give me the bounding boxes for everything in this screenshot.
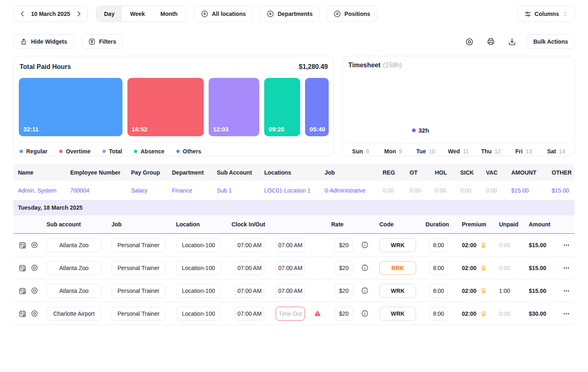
duration-field[interactable]: 8:00 bbox=[429, 261, 448, 275]
prev-date-button[interactable] bbox=[16, 7, 29, 20]
paid-hours-total-amount: $1,280.49 bbox=[299, 63, 328, 71]
location-field[interactable]: Location-100 bbox=[176, 238, 221, 252]
clock-in-field[interactable]: 07:00 AM bbox=[235, 284, 264, 298]
export-button[interactable] bbox=[507, 36, 517, 47]
share-up-icon bbox=[20, 38, 27, 45]
all-locations-filter-button[interactable]: All locations bbox=[194, 6, 253, 22]
others-hours-bar[interactable]: 05:40 bbox=[305, 78, 329, 136]
premium-value: 02:00 bbox=[462, 265, 477, 271]
total-hours-bar[interactable]: 12:03 bbox=[209, 78, 259, 136]
col-sub-account[interactable]: Sub account bbox=[47, 221, 111, 228]
clock-out-field[interactable]: 07:00 AM bbox=[276, 238, 305, 252]
col-duration[interactable]: Duration bbox=[425, 221, 462, 228]
positions-filter-button[interactable]: Positions bbox=[327, 6, 377, 22]
col-sub-account[interactable]: Sub Account bbox=[217, 169, 264, 176]
col-name[interactable]: Name bbox=[18, 169, 70, 176]
col-locations[interactable]: Locations bbox=[264, 169, 325, 176]
next-date-button[interactable] bbox=[73, 7, 85, 20]
col-clock-in-out[interactable]: Clock In/Out bbox=[232, 221, 331, 228]
employee-name-link[interactable]: Admin, System bbox=[18, 187, 70, 194]
clock-out-field[interactable]: 07:00 AM bbox=[276, 261, 305, 275]
print-button[interactable] bbox=[486, 36, 496, 47]
col-job[interactable]: Job bbox=[111, 221, 176, 228]
regular-hours-bar[interactable]: 32:11 bbox=[19, 78, 122, 136]
col-employee-number[interactable]: Employee Number bbox=[70, 169, 131, 176]
col-rate[interactable]: Rate bbox=[331, 221, 379, 228]
row-menu-button[interactable] bbox=[563, 264, 575, 272]
info-icon[interactable] bbox=[361, 241, 368, 248]
code-field[interactable]: BRK bbox=[379, 261, 416, 275]
job-field[interactable]: Personal Trainer bbox=[111, 261, 165, 275]
col-sick[interactable]: SICK bbox=[460, 169, 486, 176]
eye-icon[interactable] bbox=[30, 286, 39, 295]
duration-field[interactable]: 8:00 bbox=[429, 238, 448, 252]
info-icon[interactable] bbox=[361, 287, 368, 294]
calendar-check-icon[interactable] bbox=[18, 264, 27, 272]
shift-row: Atlanta Zoo Personal Trainer Location-10… bbox=[13, 234, 575, 257]
code-field[interactable]: WRK bbox=[379, 238, 416, 252]
col-other[interactable]: OTHER bbox=[552, 169, 575, 176]
col-job[interactable]: Job bbox=[325, 169, 383, 176]
bulk-actions-button[interactable]: Bulk Actions bbox=[527, 34, 575, 49]
duration-field[interactable]: 8:00 bbox=[429, 307, 448, 321]
tab-week[interactable]: Week bbox=[122, 6, 152, 22]
calendar-check-icon[interactable] bbox=[18, 287, 27, 295]
job-field[interactable]: Personal Trainer bbox=[111, 238, 165, 252]
award-icon bbox=[480, 310, 487, 317]
tab-month[interactable]: Month bbox=[153, 6, 185, 22]
row-menu-button[interactable] bbox=[563, 310, 575, 317]
sub-account-field[interactable]: Charlotte Airport bbox=[47, 307, 101, 321]
clock-out-field-missing[interactable]: Time Out bbox=[276, 307, 305, 321]
col-reg[interactable]: REG bbox=[383, 169, 410, 176]
calendar-check-icon[interactable] bbox=[18, 310, 27, 318]
col-ot[interactable]: OT bbox=[410, 169, 435, 176]
rate-field[interactable]: $20 bbox=[334, 238, 353, 252]
info-icon[interactable] bbox=[361, 310, 368, 317]
rate-field[interactable]: $20 bbox=[334, 307, 353, 321]
row-menu-button[interactable] bbox=[563, 287, 575, 294]
col-code[interactable]: Code bbox=[379, 221, 425, 228]
summary-employee-row[interactable]: Admin, System 700004 Salary Finance Sub … bbox=[13, 181, 575, 200]
col-department[interactable]: Department bbox=[172, 169, 217, 176]
overtime-hours-bar[interactable]: 16:52 bbox=[127, 78, 204, 136]
columns-button[interactable]: Columns bbox=[518, 6, 575, 22]
info-icon[interactable] bbox=[361, 264, 368, 271]
location-field[interactable]: Location-100 bbox=[176, 284, 221, 298]
timesheet-col-tue: 32h bbox=[412, 127, 440, 137]
col-unpaid[interactable]: Unpaid bbox=[499, 221, 529, 228]
col-amount[interactable]: Amount bbox=[529, 221, 563, 228]
duration-field[interactable]: 8:00 bbox=[429, 284, 448, 298]
sub-account-field[interactable]: Atlanta Zoo bbox=[47, 284, 101, 298]
tab-day[interactable]: Day bbox=[96, 6, 122, 22]
filters-button[interactable]: Filters bbox=[82, 34, 123, 49]
clock-in-field[interactable]: 07:00 AM bbox=[235, 238, 264, 252]
watch-view-button[interactable] bbox=[464, 36, 475, 47]
code-field[interactable]: WRK bbox=[379, 307, 416, 321]
location-field[interactable]: Location-100 bbox=[176, 307, 221, 321]
departments-filter-button[interactable]: Departments bbox=[260, 6, 320, 22]
row-menu-button[interactable] bbox=[563, 241, 575, 249]
eye-icon[interactable] bbox=[30, 309, 39, 318]
hide-widgets-button[interactable]: Hide Widgets bbox=[13, 34, 74, 49]
col-vac[interactable]: VAC bbox=[486, 169, 511, 176]
col-hol[interactable]: HOL bbox=[435, 169, 460, 176]
clock-in-field[interactable]: 07:00 AM bbox=[235, 261, 264, 275]
eye-icon[interactable] bbox=[30, 264, 39, 272]
sub-account-field[interactable]: Atlanta Zoo bbox=[47, 238, 101, 252]
clock-out-field[interactable]: 07:00 AM bbox=[276, 284, 305, 298]
rate-field[interactable]: $20 bbox=[334, 261, 353, 275]
col-location[interactable]: Location bbox=[176, 221, 232, 228]
col-pay-group[interactable]: Pay Group bbox=[131, 169, 172, 176]
clock-in-field[interactable]: 07:00 AM bbox=[235, 307, 264, 321]
code-field[interactable]: WRK bbox=[379, 284, 416, 298]
absence-hours-bar[interactable]: 09:20 bbox=[264, 78, 301, 136]
calendar-check-icon[interactable] bbox=[18, 241, 27, 249]
location-field[interactable]: Location-100 bbox=[176, 261, 221, 275]
job-field[interactable]: Personal Trainer bbox=[111, 284, 165, 298]
job-field[interactable]: Personal Trainer bbox=[111, 307, 165, 321]
sub-account-field[interactable]: Atlanta Zoo bbox=[47, 261, 101, 275]
col-amount[interactable]: AMOUNT bbox=[511, 169, 552, 176]
rate-field[interactable]: $20 bbox=[334, 284, 353, 298]
col-premium[interactable]: Premium bbox=[462, 221, 499, 228]
eye-icon[interactable] bbox=[30, 241, 39, 249]
